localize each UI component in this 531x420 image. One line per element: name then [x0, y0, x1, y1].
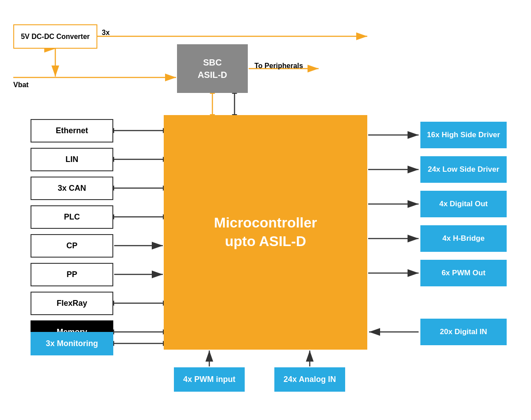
lin-box: LIN: [31, 148, 113, 171]
mcu-line1: Microcontroller: [214, 214, 317, 232]
dcdc-converter-block: 5V DC-DC Converter: [13, 24, 97, 49]
pwm-out-box: 6x PWM Out: [420, 260, 507, 286]
sbc-line2: ASIL-D: [198, 69, 227, 81]
high-side-driver-box: 16x High Side Driver: [420, 122, 507, 148]
low-side-driver-box: 24x Low Side Driver: [420, 156, 507, 183]
mcu-line2: upto ASIL-D: [225, 232, 306, 251]
digital-in-label: 20x Digital IN: [440, 327, 487, 337]
pp-label: PP: [66, 270, 77, 279]
digital-out-label: 4x Digital Out: [439, 199, 488, 209]
sbc-block: SBC ASIL-D: [177, 44, 248, 93]
digital-in-box: 20x Digital IN: [420, 319, 507, 345]
multiplier-3x-label: 3x: [102, 29, 110, 37]
diagram-container: 5V DC-DC Converter 3x Vbat To Peripheral…: [0, 0, 531, 420]
ethernet-label: Ethernet: [56, 126, 88, 135]
h-bridge-box: 4x H-Bridge: [420, 225, 507, 252]
flexray-label: FlexRay: [57, 299, 87, 308]
pwm-input-label: 4x PWM input: [183, 375, 235, 384]
can-box: 3x CAN: [31, 177, 113, 200]
lin-label: LIN: [65, 155, 78, 164]
dcdc-label: 5V DC-DC Converter: [21, 33, 90, 41]
vbat-label: Vbat: [13, 81, 29, 89]
monitoring-box: 3x Monitoring: [31, 332, 113, 355]
mcu-block: Microcontroller upto ASIL-D: [164, 115, 367, 350]
pp-box: PP: [31, 263, 113, 286]
ethernet-box: Ethernet: [31, 119, 113, 143]
sbc-line1: SBC: [203, 56, 222, 69]
analog-in-label: 24x Analog IN: [284, 375, 336, 384]
monitoring-label: 3x Monitoring: [46, 339, 98, 348]
pwm-input-box: 4x PWM input: [174, 367, 245, 392]
high-side-driver-label: 16x High Side Driver: [427, 130, 500, 140]
can-label: 3x CAN: [58, 184, 86, 193]
cp-box: CP: [31, 234, 113, 258]
low-side-driver-label: 24x Low Side Driver: [428, 165, 500, 174]
plc-label: PLC: [64, 212, 80, 222]
flexray-box: FlexRay: [31, 292, 113, 315]
pwm-out-label: 6x PWM Out: [442, 268, 485, 278]
h-bridge-label: 4x H-Bridge: [442, 234, 485, 243]
plc-box: PLC: [31, 205, 113, 229]
digital-out-box: 4x Digital Out: [420, 191, 507, 217]
analog-in-box: 24x Analog IN: [274, 367, 345, 392]
cp-label: CP: [66, 241, 77, 250]
to-peripherals-label: To Peripherals: [254, 62, 303, 70]
